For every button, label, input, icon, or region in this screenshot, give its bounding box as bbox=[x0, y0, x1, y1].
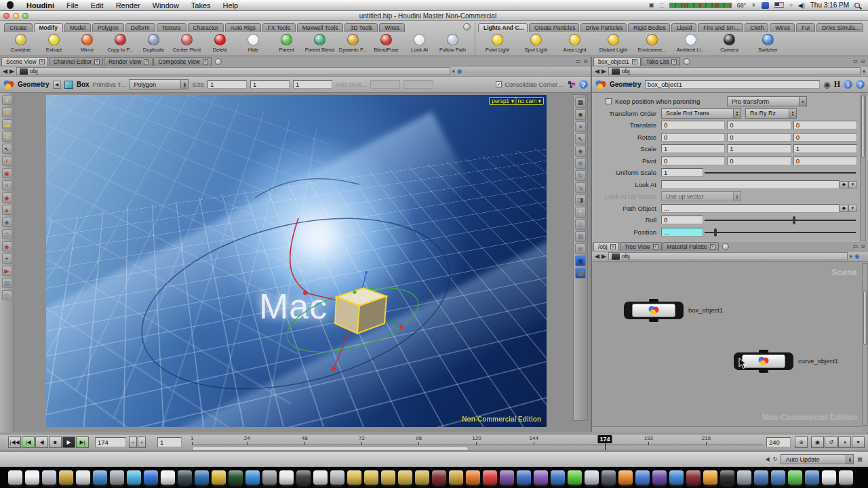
dock-app-icon[interactable] bbox=[635, 470, 650, 485]
shelf-tool-button[interactable]: Point Light bbox=[478, 33, 517, 56]
pane-tab-menu-button[interactable] bbox=[722, 243, 729, 250]
rotate-x-field[interactable]: 0 bbox=[661, 133, 725, 142]
shelf-tab[interactable]: Deform bbox=[125, 23, 155, 32]
shelf-tab[interactable]: Cloth bbox=[745, 23, 768, 32]
translate-y-field[interactable]: 0 bbox=[727, 121, 791, 129]
view-control-icon[interactable]: △ bbox=[575, 219, 586, 230]
dock-app-icon[interactable] bbox=[229, 470, 243, 485]
dock-app-icon[interactable] bbox=[839, 470, 853, 485]
dock-app-icon[interactable] bbox=[483, 470, 497, 485]
network-path-field[interactable]: obj bbox=[608, 252, 848, 260]
shelf-tab[interactable]: Rigid Bodies bbox=[628, 23, 670, 32]
view-control-icon[interactable]: ↘ bbox=[575, 182, 586, 193]
network-editor[interactable]: Scene box_object1 bbox=[592, 262, 868, 432]
primitive-type-dropdown[interactable]: Polygon ▲▼ bbox=[129, 79, 189, 89]
tool-icon[interactable]: + bbox=[2, 156, 12, 166]
shelf-tool-button[interactable]: Duplicate bbox=[137, 33, 170, 56]
dock-app-icon[interactable] bbox=[195, 470, 209, 485]
sync-icon[interactable]: ◉ bbox=[457, 68, 462, 75]
menu-item[interactable]: File bbox=[60, 1, 85, 9]
dock-app-icon[interactable] bbox=[551, 470, 565, 485]
dock-app-icon[interactable] bbox=[737, 470, 751, 485]
pane-maximize-icon[interactable]: ▭ bbox=[853, 243, 859, 249]
handle-dot-red[interactable] bbox=[399, 325, 403, 329]
shelf-tool-button[interactable]: Copy to P... bbox=[104, 33, 137, 56]
dock-app-icon[interactable] bbox=[42, 470, 56, 485]
scene-path-field[interactable]: obj bbox=[16, 67, 450, 75]
network-node[interactable]: box_object1 bbox=[624, 302, 684, 319]
dock-app-icon[interactable] bbox=[313, 470, 328, 485]
tool-icon[interactable]: ▶ bbox=[2, 266, 12, 276]
rotate-y-field[interactable]: 0 bbox=[727, 133, 791, 142]
open-floating-chooser-icon[interactable]: ▾ bbox=[848, 205, 857, 212]
dock-app-icon[interactable] bbox=[568, 470, 582, 485]
position-field[interactable]: ... bbox=[661, 228, 703, 237]
path-object-field[interactable]: ... bbox=[661, 204, 840, 213]
dock-app-icon[interactable] bbox=[720, 470, 734, 485]
dock-app-icon[interactable] bbox=[686, 470, 701, 485]
search-icon[interactable]: ◌ bbox=[465, 68, 468, 75]
view-control-icon[interactable]: ▣ bbox=[575, 256, 586, 266]
dock-app-icon[interactable] bbox=[110, 470, 124, 485]
roll-field[interactable]: 0 bbox=[661, 216, 703, 224]
shelf-tab[interactable]: Create bbox=[4, 23, 33, 32]
dock-app-icon[interactable] bbox=[59, 470, 73, 485]
shelf-tab[interactable]: Lights And C... bbox=[478, 23, 528, 32]
view-control-icon[interactable]: ↻ bbox=[575, 170, 586, 181]
start-frame-field[interactable]: 1 bbox=[157, 437, 182, 447]
dock-app-icon[interactable] bbox=[517, 470, 531, 485]
shelf-tab[interactable]: Drive Particles bbox=[580, 23, 627, 32]
view-control-icon[interactable]: ▤ bbox=[575, 268, 586, 279]
dock-app-icon[interactable] bbox=[93, 470, 107, 485]
spotlight-icon[interactable] bbox=[854, 3, 860, 8]
view-control-icon[interactable]: ◨ bbox=[575, 195, 586, 205]
shelf-tab[interactable]: Fur bbox=[796, 23, 815, 32]
tool-icon[interactable]: ◇ bbox=[2, 290, 12, 300]
dock-app-icon[interactable] bbox=[754, 470, 768, 485]
tool-icon[interactable]: ▤ bbox=[2, 278, 12, 288]
dock-app-icon[interactable] bbox=[330, 470, 344, 485]
loop-mode-button[interactable]: ↺ bbox=[825, 436, 837, 448]
tool-icon[interactable]: ◆ bbox=[2, 192, 12, 203]
audio-button[interactable]: ◑ bbox=[838, 436, 851, 448]
dock-app-icon[interactable] bbox=[534, 470, 548, 485]
search-icon[interactable]: ◌ bbox=[862, 253, 865, 260]
close-tab-icon[interactable]: × bbox=[144, 59, 149, 64]
tool-icon[interactable]: ↖ bbox=[2, 144, 12, 154]
back-arrow-icon[interactable]: ◀ bbox=[3, 68, 7, 75]
dock-app-icon[interactable] bbox=[771, 470, 785, 485]
set-key-button[interactable]: ⊕ bbox=[795, 436, 808, 448]
dock-app-icon[interactable] bbox=[432, 470, 446, 485]
tool-icon[interactable]: ● bbox=[2, 107, 12, 117]
view-control-icon[interactable]: ▥ bbox=[575, 231, 586, 242]
shelf-tab[interactable]: Drive Simula... bbox=[816, 23, 863, 32]
pane-split-icon[interactable]: ⊙ bbox=[861, 58, 865, 64]
xform-order-dropdown[interactable]: Scale Rot Trans▲▼ bbox=[661, 108, 741, 119]
path-dropdown-icon[interactable]: ▾ bbox=[863, 68, 865, 75]
pin-target-icon[interactable]: ◉ bbox=[823, 80, 830, 89]
pre-transform-dropdown[interactable]: Pre-transform▼ bbox=[727, 96, 807, 106]
play-button[interactable]: ▶ bbox=[62, 436, 75, 448]
dock-app-icon[interactable] bbox=[398, 470, 412, 485]
shelf-tool-button[interactable]: Switcher bbox=[749, 33, 787, 56]
dock-app-icon[interactable] bbox=[262, 470, 277, 485]
go-start-button[interactable]: |◀◀ bbox=[8, 436, 21, 448]
dock-app-icon[interactable] bbox=[161, 470, 175, 485]
pane-maximize-icon[interactable]: ▭ bbox=[853, 58, 859, 64]
info-icon[interactable]: i bbox=[844, 80, 852, 89]
cpu-meter-icon[interactable] bbox=[669, 3, 732, 8]
dock-app-icon[interactable] bbox=[76, 470, 90, 485]
shelf-tool-button[interactable]: Center Pivot bbox=[170, 33, 203, 56]
current-frame-field[interactable]: 174 bbox=[95, 437, 126, 447]
current-frame-marker[interactable]: 174 bbox=[597, 435, 612, 443]
shelf-tab[interactable]: FX Tools bbox=[262, 23, 296, 32]
playbar-options-button[interactable]: ▾ bbox=[852, 436, 865, 448]
pivot-z-field[interactable]: 0 bbox=[793, 157, 857, 165]
node-body[interactable] bbox=[632, 304, 675, 317]
view-control-icon[interactable]: ☻ bbox=[575, 109, 586, 120]
close-window-button[interactable] bbox=[3, 13, 9, 19]
viewport-3d-scene[interactable]: Mac persp1 ▾ no cam ▾ bbox=[46, 95, 547, 427]
menu-item[interactable]: Help bbox=[217, 1, 245, 9]
pane-tab[interactable]: Composite View × bbox=[153, 57, 211, 66]
battery-icon[interactable]: ○ bbox=[789, 2, 793, 8]
